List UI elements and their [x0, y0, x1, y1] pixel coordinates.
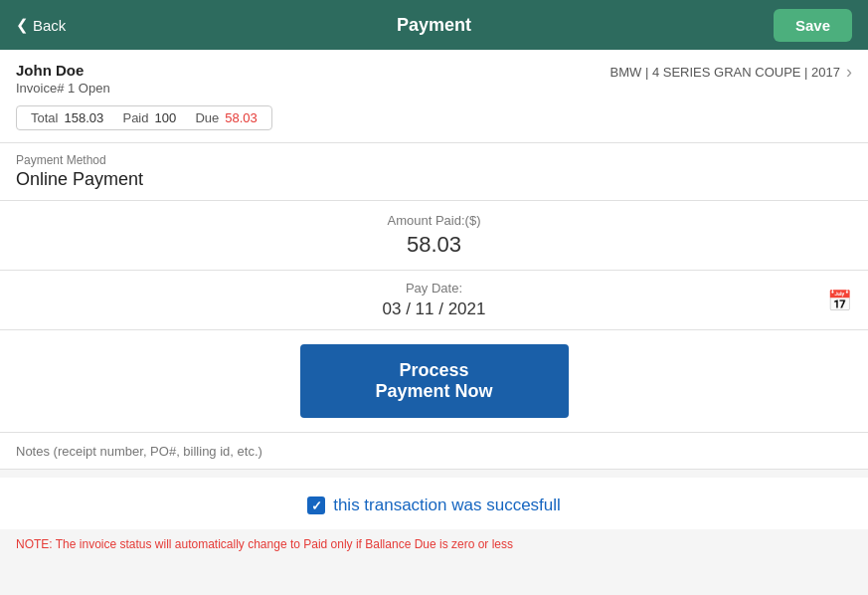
- customer-info: John Doe Invoice# 1 Open: [16, 62, 110, 96]
- back-label: Back: [33, 17, 66, 34]
- pay-date-inner: Pay Date: 03 / 11 / 2021: [16, 281, 852, 319]
- success-text: this transaction was succesfull: [333, 496, 561, 515]
- back-button[interactable]: ❮ Back: [16, 16, 66, 34]
- total-value: 158.03: [64, 110, 103, 125]
- vehicle-info[interactable]: BMW | 4 SERIES GRAN COUPE | 2017 ›: [610, 62, 852, 83]
- paid-label: Paid: [122, 110, 148, 125]
- pay-date-label: Pay Date:: [16, 281, 852, 296]
- main-content: John Doe Invoice# 1 Open BMW | 4 SERIES …: [0, 50, 868, 470]
- invoice-status: Invoice# 1 Open: [16, 81, 110, 96]
- success-checkbox[interactable]: [307, 496, 325, 514]
- notes-input[interactable]: [16, 444, 852, 459]
- success-check-row: this transaction was succesfull: [16, 496, 852, 515]
- amount-paid-label: Amount Paid:($): [16, 213, 852, 228]
- due-label: Due: [195, 110, 219, 125]
- note-text: NOTE: The invoice status will automatica…: [0, 529, 868, 559]
- process-btn-row: Process Payment Now: [0, 330, 868, 432]
- payment-method-value: Online Payment: [16, 169, 852, 190]
- chevron-right-icon: ›: [846, 62, 852, 83]
- amount-paid-section: Amount Paid:($) 58.03: [0, 201, 868, 270]
- notes-section: [0, 433, 868, 469]
- pay-date-section: Pay Date: 03 / 11 / 2021 📅: [0, 271, 868, 329]
- success-section: this transaction was succesfull: [0, 478, 868, 529]
- totals-row: Total 158.03 Paid 100 Due 58.03: [0, 99, 868, 142]
- total-label: Total: [31, 110, 58, 125]
- due-value: 58.03: [225, 110, 258, 125]
- calendar-icon[interactable]: 📅: [827, 289, 852, 312]
- payment-method-section: Payment Method Online Payment: [0, 143, 868, 200]
- paid-value: 100: [155, 110, 177, 125]
- back-arrow-icon: ❮: [16, 16, 29, 34]
- page-title: Payment: [397, 15, 471, 36]
- divider-6: [0, 469, 868, 470]
- pay-date-value: 03 / 11 / 2021: [16, 299, 852, 319]
- header: ❮ Back Payment Save: [0, 0, 868, 50]
- customer-row: John Doe Invoice# 1 Open BMW | 4 SERIES …: [0, 50, 868, 99]
- vehicle-label: BMW | 4 SERIES GRAN COUPE | 2017: [610, 65, 840, 80]
- process-payment-button[interactable]: Process Payment Now: [300, 344, 569, 418]
- amount-paid-value: 58.03: [16, 232, 852, 258]
- save-button[interactable]: Save: [774, 9, 852, 42]
- totals-box: Total 158.03 Paid 100 Due 58.03: [16, 105, 272, 130]
- customer-name: John Doe: [16, 62, 110, 79]
- payment-method-label: Payment Method: [16, 153, 852, 167]
